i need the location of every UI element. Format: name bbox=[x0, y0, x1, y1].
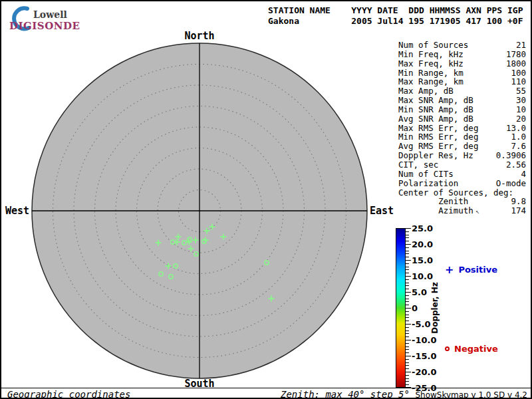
stat-value: 30 bbox=[516, 96, 526, 105]
coordinates-note: Geographic coordinates bbox=[7, 389, 130, 399]
stat-row: Max SNR Amp, dB30 bbox=[398, 96, 526, 105]
west-label: West bbox=[5, 205, 29, 217]
stat-label: Max SNR Amp, dB bbox=[398, 96, 473, 105]
stat-row: Center of Sources, deg: bbox=[398, 188, 526, 198]
colorbar-minor-tick bbox=[406, 237, 409, 238]
colorbar-minor-tick bbox=[406, 349, 409, 350]
skymap-polar-plot: NorthSouthWestEast bbox=[1, 28, 400, 390]
measurement-stats-table: Num of Sources21Min Freq, kHz1780Max Fre… bbox=[398, 41, 526, 215]
colorbar-minor-tick bbox=[406, 331, 409, 331]
stat-row: Max RMS Err, deg13.0 bbox=[398, 124, 526, 133]
colorbar-minor-tick bbox=[406, 279, 409, 280]
colorbar-major-tick bbox=[406, 372, 411, 372]
stat-label: Doppler Res, Hz bbox=[398, 151, 473, 160]
stat-label: Azimuth↖ bbox=[398, 206, 479, 215]
doppler-colorbar-gradient bbox=[396, 228, 406, 388]
colorbar-minor-tick bbox=[406, 295, 409, 296]
positive-legend-label: Positive bbox=[458, 265, 497, 275]
colorbar-major-tick bbox=[406, 356, 411, 356]
stat-row: Num of Sources21 bbox=[398, 41, 526, 50]
colorbar-minor-tick bbox=[406, 321, 409, 321]
stat-label: Avg SNR Amp, dB bbox=[398, 114, 473, 124]
stat-label: Min SNR Amp, dB bbox=[398, 105, 473, 114]
stat-label: Min RMS Err, deg bbox=[398, 132, 478, 142]
stat-value: 13.0 bbox=[506, 124, 526, 133]
plus-marker-icon: + bbox=[445, 267, 454, 273]
stat-row: Max Range, km110 bbox=[398, 77, 526, 86]
colorbar-minor-tick bbox=[406, 359, 409, 360]
colorbar-tick-label: 10.0 bbox=[412, 271, 433, 281]
north-label: North bbox=[184, 30, 214, 42]
version-note: ShowSkymap v 1.0 SD v 4.2 bbox=[415, 390, 527, 399]
colorbar-tick-label: 15.0 bbox=[412, 255, 433, 265]
colorbar-minor-tick bbox=[406, 241, 409, 241]
colorbar-minor-tick bbox=[406, 352, 409, 353]
stat-label: Center of Sources, deg: bbox=[398, 188, 513, 198]
stat-row: Min RMS Err, deg1.0 bbox=[398, 132, 526, 142]
colorbar-tick-label: 25.0 bbox=[412, 223, 433, 233]
colorbar-tick-label: -20.0 bbox=[412, 367, 436, 377]
colorbar-minor-tick bbox=[406, 378, 409, 379]
stat-row: Max Freq, kHz1800 bbox=[398, 59, 526, 68]
colorbar-minor-tick bbox=[406, 317, 409, 318]
stat-value: 2.56 bbox=[506, 160, 526, 170]
stat-value: 174 bbox=[511, 206, 526, 215]
colorbar-tick-label: -10.0 bbox=[412, 335, 436, 345]
colorbar-minor-tick bbox=[406, 311, 409, 312]
stat-value: 21 bbox=[516, 41, 526, 50]
stat-value: 4 bbox=[521, 170, 526, 179]
stat-row: Doppler Res, Hz0.3906 bbox=[398, 151, 526, 160]
stat-row: Avg RMS Err, deg7.6 bbox=[398, 142, 526, 151]
stat-value: 7.6 bbox=[511, 142, 526, 151]
colorbar-major-tick bbox=[406, 340, 411, 340]
colorbar-tick-label: -15.0 bbox=[412, 351, 436, 361]
stat-value: 1780 bbox=[506, 50, 526, 59]
stat-value: O-mode bbox=[496, 179, 526, 188]
colorbar-minor-tick bbox=[406, 283, 409, 283]
stat-value: 20 bbox=[516, 114, 526, 124]
colorbar-major-tick bbox=[406, 244, 411, 245]
colorbar-minor-tick bbox=[406, 273, 409, 273]
stat-label: Min Range, km bbox=[398, 68, 464, 78]
stat-label: Num of Sources bbox=[398, 41, 468, 50]
colorbar-minor-tick bbox=[406, 305, 409, 305]
zenith-scale-note: Zenith: max 40° step 5° bbox=[281, 389, 410, 399]
colorbar-minor-tick bbox=[406, 315, 409, 315]
colorbar-minor-tick bbox=[406, 257, 409, 257]
colorbar-minor-tick bbox=[406, 362, 409, 363]
doppler-colorbar: 25.020.015.010.05.00-5.0-10.0-15.0-20.0-… bbox=[396, 228, 529, 388]
colorbar-tick-label: -5.0 bbox=[412, 319, 430, 329]
stat-value: 1.0 bbox=[511, 132, 526, 142]
stat-label: Num of CITs bbox=[398, 170, 454, 179]
stat-value: 1800 bbox=[506, 59, 526, 68]
colorbar-minor-tick bbox=[406, 375, 409, 376]
colorbar-major-tick bbox=[406, 276, 411, 277]
stat-row: Azimuth↖174 bbox=[398, 206, 526, 215]
colorbar-minor-tick bbox=[406, 368, 409, 369]
stat-row: Max Amp, dB55 bbox=[398, 86, 526, 96]
colorbar-minor-tick bbox=[406, 346, 409, 347]
east-label: East bbox=[370, 205, 394, 217]
colorbar-minor-tick bbox=[406, 327, 409, 328]
stat-row: CIT, sec2.56 bbox=[398, 160, 526, 170]
stat-value: 0.3906 bbox=[496, 151, 526, 160]
station-header: STATION NAME YYYY DATE DDD HHMMSS AXN PP… bbox=[268, 5, 523, 27]
colorbar-minor-tick bbox=[406, 267, 409, 267]
stat-row: Min Range, km100 bbox=[398, 68, 526, 78]
colorbar-minor-tick bbox=[406, 247, 409, 248]
colorbar-major-tick bbox=[406, 324, 411, 325]
negative-legend-label: Negative bbox=[454, 344, 498, 354]
stat-label: Zenith bbox=[398, 197, 468, 206]
stat-row: Zenith9.8 bbox=[398, 197, 526, 206]
colorbar-minor-tick bbox=[406, 365, 409, 366]
stat-label: Max Amp, dB bbox=[398, 86, 454, 96]
colorbar-minor-tick bbox=[406, 384, 409, 385]
stat-label: Max RMS Err, deg bbox=[398, 124, 478, 133]
colorbar-minor-tick bbox=[406, 336, 409, 337]
stat-label: Polarization bbox=[398, 179, 458, 188]
stat-row: Avg SNR Amp, dB20 bbox=[398, 114, 526, 124]
header-values-row: Gakona 2005 Jul14 195 171905 417 100 +0F bbox=[268, 16, 523, 26]
header-columns-row: STATION NAME YYYY DATE DDD HHMMSS AXN PP… bbox=[268, 5, 523, 15]
colorbar-tick-label: 0 bbox=[412, 303, 418, 313]
footer-divider bbox=[1, 388, 531, 388]
